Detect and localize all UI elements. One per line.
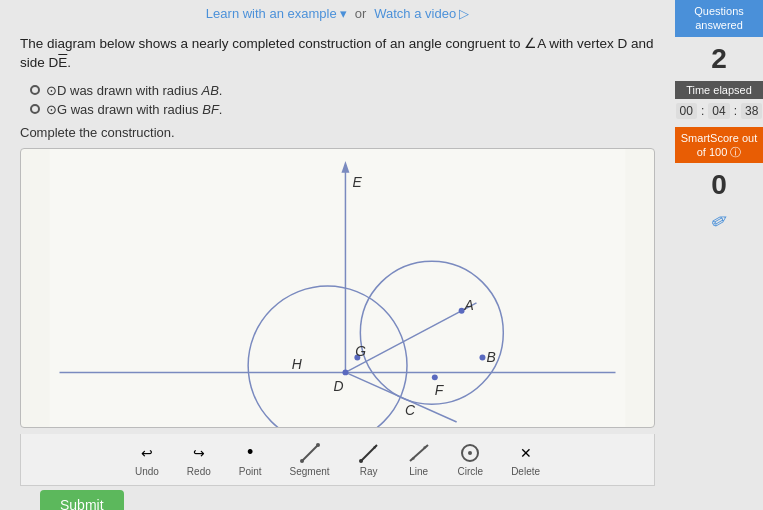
tool-segment[interactable]: Segment [284,440,336,479]
bullet-text-1: ⊙D was drawn with radius AB. [46,83,222,98]
redo-icon: ↪ [188,442,210,464]
time-label: Time elapsed [686,84,752,96]
label-A: A [464,297,474,313]
time-box: Time elapsed [675,81,763,99]
side-label: E [58,55,67,70]
main-content: Learn with an example ▾ or Watch a video… [0,0,675,510]
svg-point-23 [468,451,472,455]
redo-label: Redo [187,466,211,477]
label-C: C [405,402,416,418]
time-min: 04 [708,103,729,119]
drawing-canvas[interactable]: E A B F G H D C [20,148,655,428]
top-bar: Learn with an example ▾ or Watch a video… [0,0,675,27]
tool-line[interactable]: Line [402,440,436,479]
score-value: 0 [711,169,727,201]
label-F: F [435,382,445,398]
tool-ray[interactable]: Ray [352,440,386,479]
toolbar: ↩ Undo ↪ Redo • Point Segment [20,434,655,486]
svg-point-12 [432,374,438,380]
line-icon [408,442,430,464]
undo-label: Undo [135,466,159,477]
learn-link[interactable]: Learn with an example ▾ [206,6,347,21]
svg-point-15 [316,443,320,447]
bullet-dot-2 [30,104,40,114]
ray-icon [358,442,380,464]
segment-label: Segment [290,466,330,477]
pencil-icon: ✏ [706,207,733,236]
right-sidebar: Questions answered 2 Time elapsed 00 : 0… [675,0,763,510]
label-D: D [334,378,344,394]
watch-icon: ▷ [459,6,469,21]
delete-label: Delete [511,466,540,477]
line-label: Line [409,466,428,477]
or-text: or [355,6,367,21]
svg-point-14 [300,459,304,463]
watch-label: Watch a video [374,6,456,21]
smart-score-box: SmartScore out of 100 ⓘ [675,127,763,164]
tool-delete[interactable]: ✕ Delete [505,440,546,479]
label-E: E [352,174,362,190]
bullet-item-1: ⊙D was drawn with radius AB. [30,83,655,98]
smart-score-label: SmartScore out of 100 [681,132,757,158]
segment-icon [299,442,321,464]
circle-icon [459,442,481,464]
learn-label: Learn with an example [206,6,337,21]
undo-icon: ↩ [136,442,158,464]
label-B: B [486,349,495,365]
tool-undo[interactable]: ↩ Undo [129,440,165,479]
point-label: Point [239,466,262,477]
watch-link[interactable]: Watch a video ▷ [374,6,469,21]
label-H: H [292,356,303,372]
svg-point-17 [359,459,363,463]
content-area: The diagram below shows a nearly complet… [0,27,675,510]
questions-answered-box: Questions answered [675,0,763,37]
problem-description: The diagram below shows a nearly complet… [20,35,655,73]
answer-count: 2 [711,43,727,75]
time-sep-2: : [734,104,737,118]
tool-point[interactable]: • Point [233,440,268,479]
label-G: G [355,342,366,358]
time-sep-1: : [701,104,704,118]
time-display: 00 : 04 : 38 [676,103,763,119]
ray-label: Ray [360,466,378,477]
learn-dropdown-icon: ▾ [340,6,347,21]
submit-button[interactable]: Submit [40,490,124,510]
time-hr: 00 [676,103,697,119]
canvas-svg[interactable]: E A B F G H D C [21,149,654,427]
svg-point-8 [342,369,348,375]
complete-instruction: Complete the construction. [20,125,655,140]
bullet-list: ⊙D was drawn with radius AB. ⊙G was draw… [30,83,655,117]
svg-point-11 [479,354,485,360]
point-icon: • [239,442,261,464]
smart-score-icon: ⓘ [730,146,741,158]
bullet-text-2: ⊙G was drawn with radius BF. [46,102,222,117]
time-sec: 38 [741,103,762,119]
svg-line-13 [302,445,318,461]
circle-label: Circle [458,466,484,477]
bullet-dot-1 [30,85,40,95]
questions-label: Questions answered [694,5,744,31]
delete-icon: ✕ [515,442,537,464]
bullet-item-2: ⊙G was drawn with radius BF. [30,102,655,117]
tool-redo[interactable]: ↪ Redo [181,440,217,479]
tool-circle[interactable]: Circle [452,440,490,479]
